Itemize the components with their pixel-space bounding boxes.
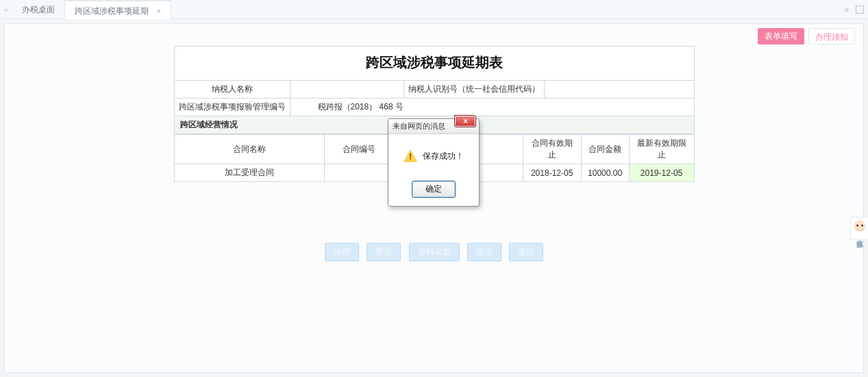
col-contract-no: 合同编号 [325, 135, 393, 164]
tab-instructions[interactable]: 办理须知 [808, 28, 855, 44]
action-button-row: 保存 重置 资料采集 提交 返回 [5, 243, 863, 261]
page-mode-tabs: 表单填写 办理须知 [758, 28, 855, 44]
table-row: 纳税人名称 纳税人识别号（统一社会信用代码） [174, 81, 694, 99]
tab-scroll-left-icon[interactable]: « [4, 5, 7, 14]
form-title: 跨区域涉税事项延期表 [174, 46, 695, 80]
value-taxpayer-name[interactable] [290, 81, 404, 99]
tab-current[interactable]: 跨区域涉税事项延期 × [64, 0, 171, 19]
label-mgmt-no: 跨区域涉税事项报验管理编号 [174, 99, 290, 116]
tab-close-icon[interactable]: × [156, 7, 160, 15]
cell-valid-until: 2018-12-05 [523, 164, 581, 182]
avatar-icon [854, 220, 865, 231]
col-valid-until: 合同有效期止 [523, 135, 581, 164]
online-service-label: 在线客服 [855, 234, 865, 237]
dialog-titlebar[interactable]: 来自网页的消息 ✕ [388, 119, 479, 134]
reset-button[interactable]: 重置 [367, 243, 401, 261]
tab-current-label: 跨区域涉税事项延期 [75, 6, 149, 16]
back-button[interactable]: 返回 [509, 243, 543, 261]
top-tab-bar: « 办税桌面 跨区域涉税事项延期 × » [0, 0, 868, 19]
tab-home[interactable]: 办税桌面 [12, 0, 64, 19]
label-taxpayer-name: 纳税人名称 [174, 81, 290, 99]
dialog-message: 保存成功！ [423, 151, 464, 162]
cell-amount: 10000.00 [581, 164, 629, 182]
page-body: 表单填写 办理须知 跨区域涉税事项延期表 纳税人名称 纳税人识别号（统一社会信用… [0, 19, 868, 377]
cell-new-until[interactable]: 2019-12-05 [629, 164, 694, 182]
value-taxpayer-id[interactable] [544, 81, 694, 99]
submit-button[interactable]: 提交 [467, 243, 501, 261]
col-new-until: 最新有效期限止 [629, 135, 694, 164]
table-row: 跨区域涉税事项报验管理编号 税跨报（2018） 468 号 [174, 99, 694, 116]
dialog-close-button[interactable]: ✕ [454, 115, 476, 127]
cell-contract-name: 加工受理合同 [174, 164, 325, 182]
col-amount: 合同金额 [581, 135, 629, 164]
online-service-widget[interactable]: 在线客服 [850, 217, 868, 240]
tab-form-fill[interactable]: 表单填写 [758, 28, 804, 44]
alert-dialog: 来自网页的消息 ✕ ! 保存成功！ 确定 [388, 118, 481, 207]
dialog-title-text: 来自网页的消息 [393, 121, 445, 131]
col-contract-name: 合同名称 [174, 135, 325, 164]
save-button[interactable]: 保存 [325, 243, 359, 261]
dialog-ok-button[interactable]: 确定 [412, 181, 456, 198]
window-maximize-icon[interactable] [856, 5, 864, 14]
cell-contract-no[interactable] [325, 164, 393, 182]
collect-button[interactable]: 资料采集 [409, 243, 460, 261]
tabbar-right-controls: » [844, 0, 864, 19]
value-mgmt-no: 税跨报（2018） 468 号 [290, 99, 694, 116]
label-taxpayer-id: 纳税人识别号（统一社会信用代码） [404, 81, 544, 99]
warning-icon: ! [404, 149, 417, 163]
tab-scroll-right-icon[interactable]: » [844, 5, 849, 14]
